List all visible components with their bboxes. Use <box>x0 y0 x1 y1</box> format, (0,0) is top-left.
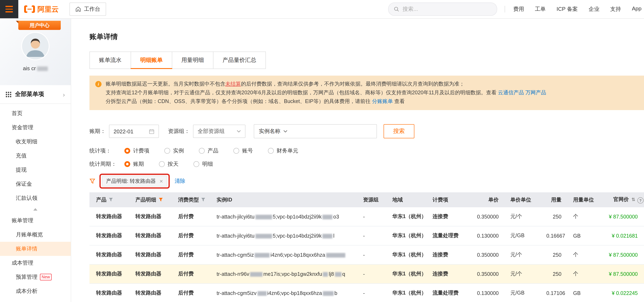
hamburger-menu-icon[interactable] <box>0 0 18 18</box>
notice-banner: i 账单明细数据延迟一天更新。当月实时数据中不包含未结算的后付费数据，查询结果仅… <box>90 76 644 110</box>
topnav-link[interactable]: 费用 <box>513 5 524 13</box>
cell-usage_unit: GB <box>566 226 601 245</box>
sidebar-item[interactable]: 成本分析 <box>0 284 71 298</box>
sidebar-item[interactable]: 成本管理 <box>0 256 71 270</box>
sidebar-item-label: 成本分析 <box>16 288 38 295</box>
cloud-comm-link[interactable]: 云通信产品 <box>498 90 524 96</box>
tab[interactable]: 账单流水 <box>90 51 131 69</box>
sidebar-item[interactable]: 资金管理 <box>0 121 71 135</box>
table-row[interactable]: 转发路由器转发路由器后付费tr-attach-rr96vme17is;vpc-b… <box>90 264 644 284</box>
cell-usage_unit: 个 <box>566 245 601 264</box>
cell-usage: 250 <box>540 245 566 264</box>
tab[interactable]: 产品量价汇总 <box>214 51 266 69</box>
radio-option[interactable]: 财务单元 <box>268 147 298 154</box>
wanwang-link[interactable]: 万网产品 <box>526 90 546 96</box>
cell-item: 流量处理费 <box>426 226 462 245</box>
sidebar-item[interactable]: 汇款认领 <box>0 191 71 205</box>
radio-icon <box>124 148 130 154</box>
table-row[interactable]: 转发路由器转发路由器后付费tr-attach-cgm5izvi4zn6;vpc-… <box>90 284 644 302</box>
cell-price: 0.350000 <box>462 245 504 264</box>
resource-group-select[interactable]: 全部资源组 <box>193 125 246 138</box>
table-row[interactable]: 转发路由器转发路由器后付费tr-attach-jilcyi6tu5;vpc-bp… <box>90 226 644 245</box>
radio-option[interactable]: 按天 <box>159 160 178 168</box>
stat-item-label: 统计项： <box>90 147 124 154</box>
avatar-image <box>22 33 49 59</box>
remove-filter-icon[interactable]: × <box>160 178 163 184</box>
column-header[interactable]: 消费类型 <box>172 192 210 207</box>
workbench-button[interactable]: 工作台 <box>70 2 106 16</box>
radio-option[interactable]: 实例 <box>164 147 184 154</box>
radio-icon <box>159 161 165 167</box>
sidebar-item-label: 首页 <box>12 110 22 117</box>
filter-icon-active[interactable] <box>158 197 163 203</box>
annotation-highlight-box: 产品明细: 转发路由器 × <box>100 174 170 189</box>
radio-icon <box>268 148 274 154</box>
radio-label: 实例 <box>173 147 184 154</box>
column-header: 单价单位 <box>504 192 540 207</box>
filter-icon[interactable] <box>201 197 206 203</box>
sidebar-item[interactable]: 首页 <box>0 106 71 121</box>
all-menu-header[interactable]: 全部菜单项 › <box>0 85 71 104</box>
aliyun-logo[interactable]: 阿里云 <box>24 4 59 14</box>
cell-price_unit: 元/GB <box>504 284 540 302</box>
billing-cycle-picker[interactable]: 2022-01 <box>109 125 159 138</box>
sidebar-item-label: 账单详情 <box>16 245 38 253</box>
topnav-links: 费用工单ICP 备案企业支持App <box>513 5 644 13</box>
cell-region: 华东1（杭州） <box>386 264 426 284</box>
column-label: 消费类型 <box>178 197 199 202</box>
sidebar-item[interactable]: 账单详情 <box>0 242 71 256</box>
radio-option[interactable]: 账号 <box>234 147 253 154</box>
avatar[interactable] <box>22 33 49 59</box>
topnav-search-input[interactable]: 搜索... <box>388 2 497 16</box>
filter-icon[interactable] <box>108 197 113 203</box>
cell-instance: tr-attach-rr96vme17is;vpc-bp1gw2knxfulj8… <box>210 264 356 284</box>
topnav-link[interactable]: App <box>632 5 642 13</box>
sort-icon[interactable]: ⇅ <box>632 197 635 202</box>
table-row[interactable]: 转发路由器转发路由器后付费tr-attach-jilcyi6tu5;vpc-bp… <box>90 207 644 226</box>
sidebar-item[interactable]: 月账单概览 <box>0 228 71 242</box>
sidebar-item[interactable]: 提现 <box>0 163 71 177</box>
main-content: 账单详情 账单流水明细账单用量明细产品量价汇总 i 账单明细数据延迟一天更新。当… <box>71 19 644 302</box>
cell-type: 后付费 <box>172 226 210 245</box>
radio-option[interactable]: 账期 <box>124 160 144 168</box>
instance-name-filter[interactable]: 实例名称 <box>254 124 377 138</box>
search-button[interactable]: 搜索 <box>384 124 414 138</box>
column-header[interactable]: 产品明细 <box>129 192 172 207</box>
split-bill-link[interactable]: 分账账单 <box>372 98 393 104</box>
topnav-link[interactable]: 企业 <box>589 5 600 13</box>
column-label: 实例ID <box>216 197 232 202</box>
radio-label: 明细 <box>202 160 213 168</box>
sidebar-item[interactable]: 保证金 <box>0 177 71 191</box>
tab[interactable]: 用量明细 <box>172 51 214 69</box>
tab[interactable]: 明细账单 <box>131 51 172 69</box>
top-navbar: 阿里云 工作台 搜索... 费用工单ICP 备案企业支持App <box>0 0 644 19</box>
sidebar-item[interactable]: 收支明细 <box>0 135 71 149</box>
sidebar-item[interactable]: 账单管理 <box>0 213 71 228</box>
cell-cost: ¥ 87.500000 <box>601 264 644 284</box>
sidebar-item[interactable]: 充值 <box>0 149 71 163</box>
topnav-link[interactable]: 支持 <box>610 5 621 13</box>
active-filter-tag[interactable]: 产品明细: 转发路由器 × <box>102 176 167 186</box>
redaction-blur <box>323 272 328 277</box>
column-header[interactable]: 官网价⇅? <box>601 192 644 207</box>
column-header: 用量单位 <box>566 192 601 207</box>
cell-region: 华东1（杭州） <box>386 284 426 302</box>
cell-usage_unit: GB <box>566 284 601 302</box>
clear-filters-link[interactable]: 清除 <box>174 177 185 185</box>
radio-option[interactable]: 产品 <box>199 147 218 154</box>
redaction-blur <box>257 291 266 296</box>
cell-usage: 250 <box>540 207 566 226</box>
column-header[interactable]: 产品 <box>90 192 129 207</box>
table-row[interactable]: 转发路由器转发路由器后付费tr-attach-cgm5izi4zn6;vpc-b… <box>90 245 644 264</box>
help-icon[interactable]: ? <box>637 197 644 204</box>
redaction-blur <box>335 272 341 277</box>
radio-option[interactable]: 计费项 <box>124 147 149 154</box>
radio-option[interactable]: 明细 <box>194 160 213 168</box>
instance-name-dropdown[interactable]: 实例名称 <box>254 125 292 138</box>
collapse-arrow-icon[interactable] <box>0 205 71 213</box>
sidebar-item[interactable]: 预算管理New <box>0 270 71 284</box>
stat-period-radios: 账期按天明细 <box>124 160 213 168</box>
redaction-blur <box>250 272 262 277</box>
topnav-link[interactable]: 工单 <box>535 5 546 13</box>
topnav-link[interactable]: ICP 备案 <box>557 5 578 13</box>
